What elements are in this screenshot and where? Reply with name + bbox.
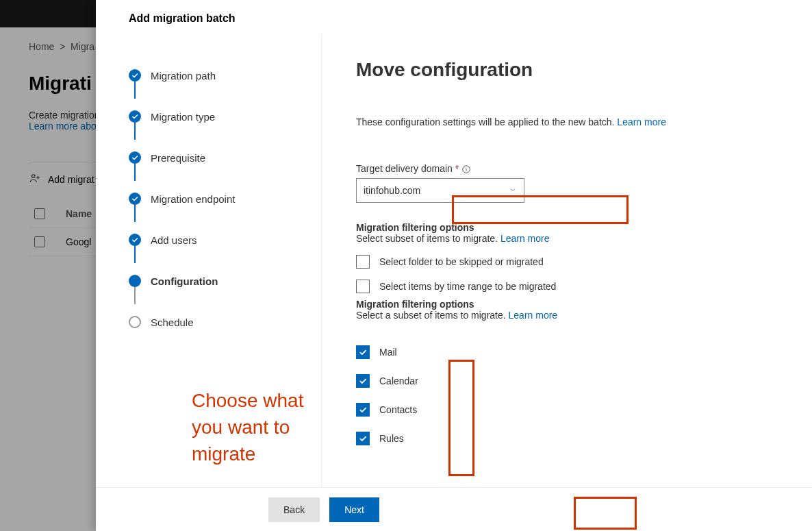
timerange-checkbox[interactable] bbox=[356, 280, 370, 293]
calendar-checkbox-label: Calendar bbox=[379, 375, 418, 386]
back-button[interactable]: Back bbox=[268, 497, 320, 522]
chevron-down-icon bbox=[509, 185, 517, 196]
mail-checkbox-label: Mail bbox=[379, 347, 397, 358]
step-label: Prerequisite bbox=[151, 152, 205, 164]
checkbox-row: Select items by time range to be migrate… bbox=[356, 280, 778, 293]
checkbox-row: Select folder to be skipped or migrated bbox=[356, 255, 778, 269]
target-domain-select[interactable]: itinfohub.com bbox=[356, 178, 524, 203]
mail-checkbox[interactable] bbox=[356, 345, 370, 359]
next-button[interactable]: Next bbox=[329, 497, 379, 522]
step-label: Schedule bbox=[151, 317, 194, 328]
filter-section-head: Migration filtering options bbox=[356, 222, 778, 233]
contacts-checkbox-label: Contacts bbox=[379, 404, 417, 415]
check-icon bbox=[129, 110, 141, 123]
folder-checkbox[interactable] bbox=[356, 255, 370, 269]
rules-checkbox-label: Rules bbox=[379, 433, 404, 444]
step-label: Migration type bbox=[151, 111, 215, 123]
content-heading: Move configuration bbox=[356, 59, 778, 81]
check-icon bbox=[129, 234, 141, 246]
select-value: itinfohub.com bbox=[364, 185, 420, 196]
step-migration-type[interactable]: Migration type bbox=[129, 96, 307, 137]
learn-more-link[interactable]: Learn more bbox=[500, 233, 550, 244]
calendar-checkbox[interactable] bbox=[356, 374, 370, 388]
current-step-icon bbox=[129, 275, 141, 287]
step-schedule[interactable]: Schedule bbox=[129, 301, 307, 343]
timerange-checkbox-label: Select items by time range to be migrate… bbox=[379, 281, 556, 292]
learn-more-link[interactable]: Learn more bbox=[617, 116, 666, 127]
info-icon[interactable] bbox=[461, 163, 471, 174]
step-label: Migration path bbox=[151, 70, 216, 82]
panel-title: Add migration batch bbox=[96, 0, 812, 34]
checkbox-row: Rules bbox=[356, 432, 778, 445]
filter-section-head-2: Migration filtering options bbox=[356, 299, 778, 310]
step-label: Add users bbox=[151, 234, 197, 246]
checkbox-row: Mail bbox=[356, 345, 778, 359]
checkbox-row: Calendar bbox=[356, 374, 778, 388]
step-configuration[interactable]: Configuration bbox=[129, 260, 307, 301]
checkbox-row: Contacts bbox=[356, 403, 778, 417]
step-add-users[interactable]: Add users bbox=[129, 219, 307, 260]
intro-text: These configuration settings will be app… bbox=[356, 116, 617, 127]
check-icon bbox=[129, 69, 141, 82]
check-icon bbox=[129, 151, 141, 164]
learn-more-link[interactable]: Learn more bbox=[509, 310, 558, 321]
wizard-steps: Migration path Migration type Prerequisi… bbox=[96, 34, 322, 487]
step-migration-endpoint[interactable]: Migration endpoint bbox=[129, 178, 307, 219]
panel-content: Move configuration These configuration s… bbox=[322, 34, 812, 487]
filter-section-sub-2: Select a subset of items to migrate. bbox=[356, 310, 509, 321]
panel-footer: Back Next bbox=[96, 487, 812, 531]
contacts-checkbox[interactable] bbox=[356, 403, 370, 417]
filter-section-sub: Select subset of items to migrate. bbox=[356, 233, 500, 244]
domain-field-label: Target delivery domain * bbox=[356, 163, 778, 174]
step-label: Configuration bbox=[151, 275, 218, 287]
folder-checkbox-label: Select folder to be skipped or migrated bbox=[379, 256, 544, 267]
rules-checkbox[interactable] bbox=[356, 432, 370, 445]
step-label: Migration endpoint bbox=[151, 193, 235, 205]
pending-step-icon bbox=[129, 316, 141, 328]
step-migration-path[interactable]: Migration path bbox=[129, 55, 307, 96]
migration-panel: Add migration batch Migration path Migra… bbox=[96, 0, 812, 531]
check-icon bbox=[129, 193, 141, 205]
step-prerequisite[interactable]: Prerequisite bbox=[129, 137, 307, 178]
